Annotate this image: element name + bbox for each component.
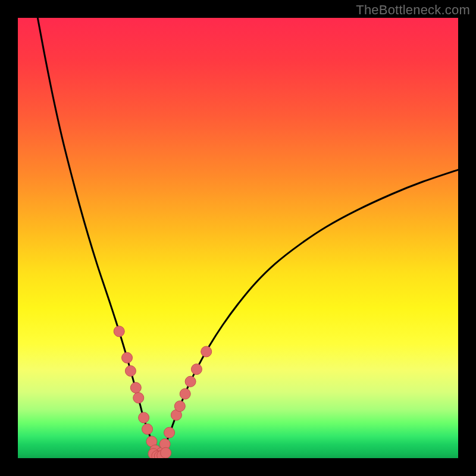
chart-svg — [18, 18, 458, 458]
markers-group — [114, 326, 212, 458]
marker-right-curve-markers — [164, 427, 175, 438]
watermark-text: TheBottleneck.com — [356, 2, 470, 18]
chart-frame: TheBottleneck.com — [0, 0, 476, 476]
marker-left-curve-markers — [130, 383, 141, 393]
series-right-curve — [160, 170, 458, 456]
curves-group — [37, 18, 458, 456]
plot-area — [18, 18, 458, 458]
marker-left-curve-markers — [125, 365, 136, 376]
marker-left-curve-markers — [122, 352, 133, 363]
marker-valley-floor-markers — [161, 447, 171, 458]
marker-right-curve-markers — [174, 401, 185, 412]
marker-right-curve-markers — [191, 364, 202, 375]
marker-left-curve-markers — [133, 393, 144, 403]
marker-left-curve-markers — [114, 326, 124, 337]
marker-right-curve-markers — [185, 376, 196, 387]
marker-left-curve-markers — [142, 424, 153, 434]
marker-right-curve-markers — [201, 346, 212, 357]
marker-right-curve-markers — [180, 389, 190, 399]
marker-left-curve-markers — [139, 412, 149, 423]
